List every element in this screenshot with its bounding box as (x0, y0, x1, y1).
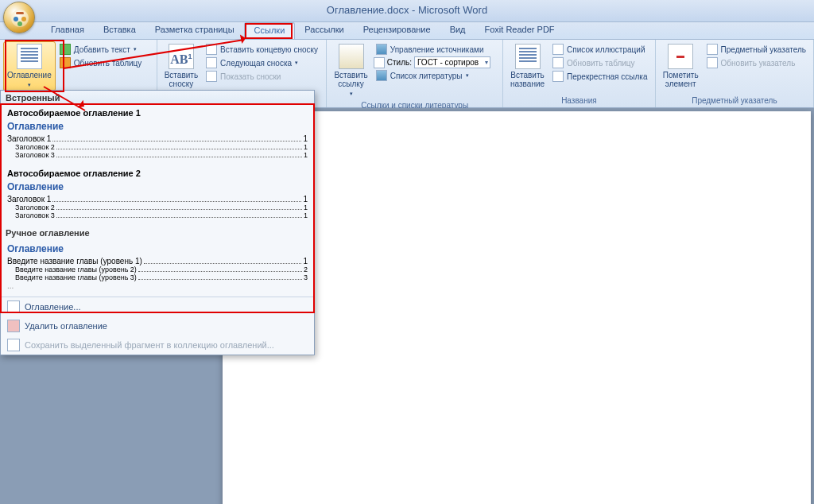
caption-icon (515, 44, 541, 69)
figure-list-icon (552, 44, 564, 55)
group-label-index: Предметный указатель (659, 95, 810, 106)
toc-row: Заголовок 21 (7, 143, 308, 151)
mark-entry-button[interactable]: Пометить элемент (659, 41, 703, 91)
next-footnote-icon (206, 57, 217, 68)
tab-mailings[interactable]: Рассылки (295, 22, 353, 39)
sources-icon (376, 44, 387, 55)
toc-row: Заголовок 11 (7, 195, 308, 204)
update-index-icon (707, 57, 718, 68)
toc-row: Введите название главы (уровень 3)3 (7, 273, 308, 281)
figure-list-button[interactable]: Список иллюстраций (550, 43, 649, 56)
cross-ref-icon (552, 71, 564, 82)
next-footnote-button[interactable]: Следующая сноска ▾ (204, 56, 320, 69)
toc-row: Заголовок 31 (7, 211, 308, 219)
footnote-icon: AB1 (169, 44, 194, 69)
custom-toc-button[interactable]: Оглавление... (1, 297, 314, 316)
tab-insert[interactable]: Вставка (94, 22, 145, 39)
show-notes-button: Показать сноски (204, 70, 320, 83)
ribbon-tabs: Главная Вставка Разметка страницы Ссылки… (0, 22, 814, 40)
style-icon (374, 57, 385, 68)
tab-foxit[interactable]: Foxit Reader PDF (475, 22, 564, 39)
window-title: Оглавление.docx - Microsoft Word (0, 4, 814, 16)
bibliography-icon (376, 70, 387, 81)
show-notes-icon (206, 71, 217, 82)
cross-ref-button[interactable]: Перекрестная ссылка (550, 70, 649, 83)
update-table-button[interactable]: Обновить таблицу (57, 56, 145, 69)
citation-style-value[interactable]: ГОСТ - сортиров (414, 56, 490, 68)
insert-citation-button[interactable]: Вставить ссылку▾ (330, 41, 371, 100)
endnote-icon (206, 44, 217, 55)
toc-icon (17, 44, 42, 69)
citation-icon (339, 44, 364, 69)
insert-endnote-button[interactable]: Вставить концевую сноску (204, 43, 320, 56)
gallery-item-manual-name: Ручное оглавление (1, 226, 314, 240)
refresh-icon (60, 57, 71, 68)
insert-footnote-button[interactable]: AB1 Вставить сноску (161, 41, 202, 91)
plus-icon (60, 44, 71, 55)
toc-gallery: Встроенный Автособираемое оглавление 1 О… (0, 90, 315, 355)
tab-home[interactable]: Главная (41, 22, 94, 39)
tab-references[interactable]: Ссылки (244, 22, 296, 39)
manage-sources-button[interactable]: Управление источниками (374, 43, 490, 56)
gallery-section-builtin: Встроенный (1, 91, 314, 105)
toc-button[interactable]: Оглавление▾ (3, 41, 56, 91)
gallery-item-auto2[interactable]: Автособираемое оглавление 2 Оглавление З… (1, 165, 314, 226)
custom-toc-icon (7, 300, 20, 313)
gallery-item-manual[interactable]: Оглавление Введите название главы (урове… (1, 240, 314, 297)
save-toc-button: Сохранить выделенный фрагмент в коллекци… (1, 335, 314, 355)
mark-entry-icon (668, 44, 693, 69)
update-index-button: Обновить указатель (704, 56, 808, 69)
insert-caption-button[interactable]: Вставить название (506, 41, 548, 91)
tab-review[interactable]: Рецензирование (354, 22, 440, 39)
toc-button-label: Оглавление (7, 71, 52, 79)
update-captions-button: Обновить таблицу (550, 56, 649, 69)
insert-index-button[interactable]: Предметный указатель (704, 43, 808, 56)
toc-row: Введите название главы (уровень 1)1 (7, 257, 308, 266)
group-label-captions: Названия (506, 95, 652, 106)
title-bar: Оглавление.docx - Microsoft Word (0, 0, 814, 22)
remove-toc-button[interactable]: Удалить оглавление (1, 316, 314, 335)
gallery-item-auto1[interactable]: Автособираемое оглавление 1 Оглавление З… (1, 105, 314, 165)
index-icon (707, 44, 718, 55)
tab-layout[interactable]: Разметка страницы (145, 22, 244, 39)
toc-row: Введите название главы (уровень 2)2 (7, 266, 308, 273)
save-toc-icon (7, 339, 20, 351)
toc-row: Заголовок 21 (7, 204, 308, 211)
office-button[interactable] (3, 2, 35, 33)
tab-view[interactable]: Вид (440, 22, 475, 39)
remove-toc-icon (7, 320, 20, 332)
toc-row: Заголовок 31 (7, 151, 308, 159)
update-captions-icon (552, 57, 564, 68)
citation-style-combo[interactable]: Стиль: ГОСТ - сортиров (374, 56, 490, 68)
add-text-button[interactable]: Добавить текст ▾ (57, 43, 145, 56)
bibliography-button[interactable]: Список литературы ▾ (374, 69, 490, 82)
toc-row: Заголовок 11 (7, 134, 308, 143)
